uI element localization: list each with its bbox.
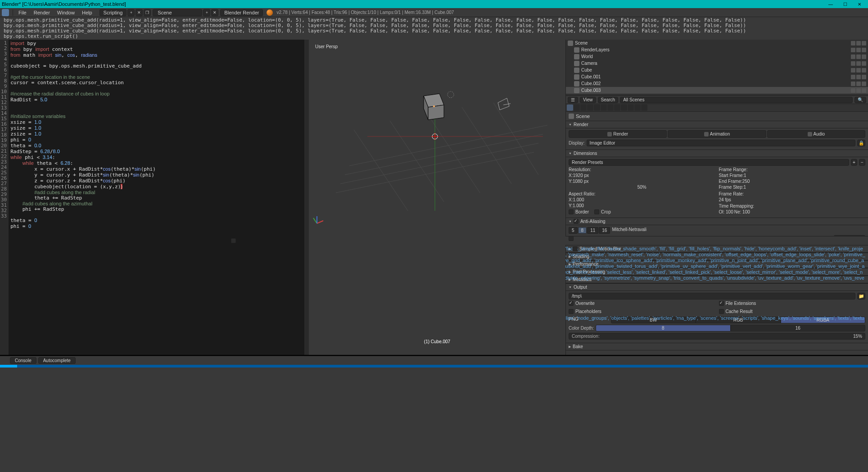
aa-11[interactable]: 11 (587, 227, 598, 234)
res-x-field[interactable]: X:1920 px (569, 173, 715, 178)
aa-check[interactable] (574, 219, 579, 224)
max-button[interactable]: ☐ (838, 1, 852, 7)
aspect-x-field[interactable]: X:1.000 (569, 197, 715, 202)
output-path-field[interactable]: /tmp\ (569, 293, 855, 300)
menu-render[interactable]: Render (34, 10, 50, 15)
viewport-object-label: (1) Cube.007 (424, 339, 450, 344)
outliner-allscenes[interactable]: All Scenes (620, 97, 853, 103)
menu-window[interactable]: Window (57, 10, 75, 15)
animation-button[interactable]: Animation (668, 130, 766, 138)
compression-field[interactable]: Compression:15% (569, 333, 865, 340)
close-button[interactable]: ✕ (853, 1, 866, 7)
layout-select[interactable]: Scripting (99, 9, 127, 16)
aa-16[interactable]: 16 (599, 227, 610, 234)
frame-step-field[interactable]: Frame Step:1 (719, 185, 866, 190)
panel-bake-header[interactable]: Bake (566, 343, 868, 350)
stats-text: v2.78 | Verts:64 | Faces:48 | Tris:96 | … (276, 10, 454, 15)
render-button[interactable]: Render (569, 130, 667, 138)
outliner-item-camera[interactable]: Camera (566, 60, 868, 67)
outliner-item-renderlayers[interactable]: RenderLayers (566, 46, 868, 53)
3d-viewport[interactable]: User Persp (309, 40, 565, 355)
layout-del-button[interactable]: ✕ (136, 9, 143, 16)
scene-add-button[interactable]: + (203, 9, 210, 16)
viewport-canvas (309, 40, 565, 236)
cdepth-16[interactable]: 16 (731, 325, 865, 331)
tab-physics[interactable] (641, 104, 647, 111)
aa-5[interactable]: 5 (569, 227, 578, 234)
audio-button[interactable]: Audio (767, 130, 865, 138)
outliner-item-cube.003[interactable]: Cube.003 (566, 87, 868, 94)
scene-del-button[interactable]: ✕ (211, 9, 218, 16)
outliner-item-cube[interactable]: Cube (566, 67, 868, 73)
display-select[interactable]: Image Editor (587, 140, 855, 146)
outliner-filter-button[interactable]: 🔍 (854, 97, 866, 103)
tab-data[interactable] (614, 104, 620, 111)
panel-render-header[interactable]: Render (566, 121, 868, 128)
border-check[interactable] (569, 209, 574, 214)
scene-browse-button[interactable]: ❒ (144, 9, 151, 16)
tab-scene[interactable] (580, 104, 587, 111)
aa-8[interactable]: 8 (578, 227, 587, 234)
res-pct-field[interactable]: 50% (569, 185, 715, 190)
full-sample-check[interactable] (569, 236, 574, 241)
text-editor[interactable]: 1 2 3 4 5 6 7 8 9 10 11 12 13 14 15 16 1… (0, 40, 309, 355)
scene-name-field[interactable]: Scene (153, 9, 202, 16)
outliner-item-world[interactable]: World (566, 53, 868, 60)
panel-dimensions-header[interactable]: Dimensions (566, 150, 868, 157)
outliner-item-cube.001[interactable]: Cube.001 (566, 73, 868, 80)
crop-check[interactable] (594, 209, 599, 214)
preset-del-button[interactable]: − (859, 159, 865, 166)
outliner-view[interactable]: View (580, 97, 596, 103)
menu-file[interactable]: File (18, 10, 27, 15)
console-type-icon[interactable] (2, 358, 8, 364)
tab-material[interactable] (621, 104, 627, 111)
console-menu-console[interactable]: Console (10, 357, 36, 364)
output-browse-button[interactable]: 📁 (857, 293, 865, 300)
code-area[interactable]: import bpy from bpy import context from … (9, 40, 304, 355)
panel-output-header[interactable]: Output (566, 283, 868, 291)
aa-filter-select[interactable]: Mitchell-Netravali (612, 227, 865, 234)
scene-icon (569, 113, 574, 119)
preset-add-button[interactable]: + (851, 159, 857, 166)
tab-modifiers[interactable] (607, 104, 614, 111)
outliner-item-cube.002[interactable]: Cube.002 (566, 80, 868, 87)
overwrite-check[interactable] (569, 301, 574, 306)
min-button[interactable]: — (824, 1, 837, 7)
layout-add-button[interactable]: + (127, 9, 135, 16)
cdepth-8[interactable]: 8 (596, 325, 730, 331)
end-frame-field[interactable]: End Frame:250 (719, 179, 866, 184)
autocomplete-button[interactable]: Autocomplete (38, 357, 76, 364)
timeremap-old-field[interactable]: Ol: 100 (719, 209, 733, 214)
aspect-y-field[interactable]: Y:1.000 (569, 203, 715, 208)
render-presets-select[interactable]: Render Presets (569, 159, 849, 166)
outliner-item-scene[interactable]: Scene (566, 40, 868, 46)
menu-help[interactable]: Help (82, 10, 92, 15)
panel-aa-header[interactable]: Anti-Aliasing (566, 218, 868, 225)
fileext-check[interactable] (719, 301, 724, 306)
start-frame-field[interactable]: Start Frame:1 (719, 173, 866, 178)
outliner[interactable]: SceneRenderLayersWorldCameraCubeCube.001… (566, 40, 868, 95)
fps-select[interactable]: 24 fps (719, 197, 866, 202)
svg-line-19 (317, 221, 323, 223)
tab-world[interactable] (587, 104, 593, 111)
register-check[interactable] (231, 238, 236, 243)
tab-texture[interactable] (628, 104, 634, 111)
props-tabs[interactable] (566, 104, 868, 112)
timeremap-new-field[interactable]: Ne: 100 (734, 209, 750, 214)
tab-particles[interactable] (634, 104, 641, 111)
aa-samples-row: 5 8 11 16 (569, 227, 610, 234)
cache-check[interactable] (719, 309, 724, 314)
tab-object[interactable] (594, 104, 600, 111)
tab-constraints[interactable] (601, 104, 607, 111)
engine-select[interactable]: Blender Render (220, 9, 263, 16)
display-lock-button[interactable]: 🔒 (857, 140, 865, 146)
text-scrollbar[interactable] (304, 40, 309, 355)
outliner-search[interactable]: Search (598, 97, 619, 103)
tab-renderlayers[interactable] (574, 104, 580, 111)
tab-render[interactable] (567, 104, 573, 111)
outliner-icon[interactable]: ☰ (568, 97, 578, 103)
res-y-field[interactable]: Y:1080 px (569, 179, 715, 184)
svg-line-5 (390, 121, 444, 202)
start-icon[interactable] (0, 365, 17, 368)
placeholders-check[interactable] (569, 309, 574, 314)
